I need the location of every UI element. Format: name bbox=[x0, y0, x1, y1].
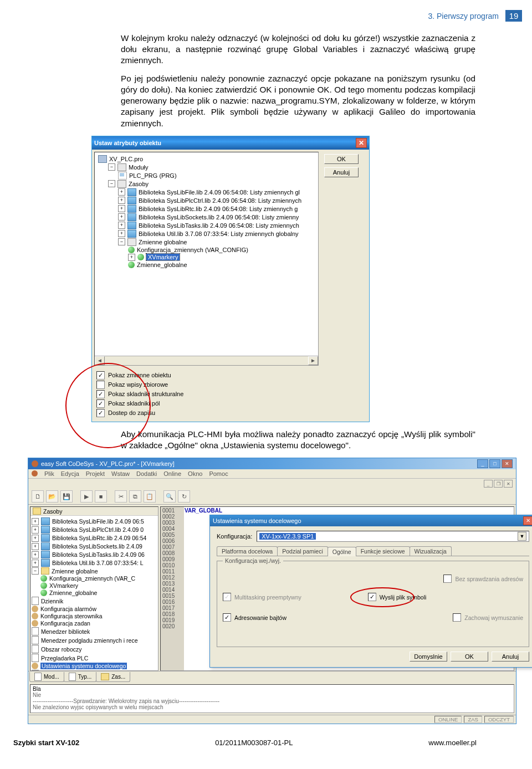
menu-item[interactable]: Edycja bbox=[61, 470, 79, 477]
resource-tree-panel[interactable]: Zasoby +Biblioteka SysLibFile.lib 2.4.09… bbox=[30, 506, 158, 671]
expand-icon[interactable]: + bbox=[118, 230, 125, 237]
minimize-icon[interactable]: _ bbox=[477, 459, 488, 468]
tree-item[interactable]: Konfiguracja_zmiennych (VAR_C bbox=[49, 575, 135, 582]
expand-icon[interactable]: + bbox=[118, 222, 125, 229]
checkbox-send-symbols[interactable]: ✓ Wyslij plik symboli bbox=[368, 593, 427, 601]
tree-item[interactable]: Biblioteka SysLibSockets.lib 2.4.09 bbox=[52, 543, 142, 550]
tree-item[interactable]: Biblioteka SysLibRtc.lib 2.4.09 06:54 bbox=[52, 535, 146, 541]
cancel-button[interactable]: Anuluj bbox=[324, 167, 359, 177]
menu-item[interactable]: Wstaw bbox=[111, 470, 130, 477]
tree-zasoby[interactable]: Zasoby bbox=[129, 181, 149, 187]
expand-icon[interactable]: + bbox=[118, 213, 125, 221]
expand-icon[interactable]: + bbox=[118, 205, 125, 212]
close-icon[interactable]: ✕ bbox=[502, 459, 513, 468]
scroll-right-icon[interactable]: ► bbox=[308, 356, 318, 365]
cancel-button[interactable]: Anuluj bbox=[492, 652, 529, 662]
toolbar-run-icon[interactable]: ▶ bbox=[80, 490, 93, 503]
tab-platform[interactable]: Platforma docelowa bbox=[217, 546, 278, 556]
tab-visualization[interactable]: Wizualizacja bbox=[410, 546, 452, 556]
toolbar-find-icon[interactable]: 🔍 bbox=[163, 490, 176, 503]
checkbox-icon[interactable]: ✓ bbox=[223, 613, 231, 622]
config-combobox[interactable]: XV-1xx-V2.3.9 SP1 ▼ bbox=[257, 531, 529, 542]
ide-titlebar[interactable]: easy Soft CoDeSys - XV_PLC.pro* - [XVmar… bbox=[28, 458, 516, 469]
scroll-left-icon[interactable]: ◄ bbox=[95, 356, 105, 365]
expand-icon[interactable]: + bbox=[32, 535, 39, 542]
object-tree[interactable]: XV_PLC.pro − Moduły PLC_PRG (PRG) bbox=[94, 152, 319, 366]
maximize-icon[interactable]: □ bbox=[489, 459, 500, 468]
ok-button[interactable]: OK bbox=[324, 154, 359, 164]
tab-network[interactable]: Funkcje sieciowe bbox=[356, 546, 410, 556]
expand-icon[interactable]: + bbox=[118, 197, 125, 204]
tree-global-item[interactable]: Zmienne_globalne bbox=[137, 262, 187, 268]
tabstrip[interactable]: Platforma docelowa Podzial pamieci Ogóln… bbox=[217, 546, 529, 556]
tree-item[interactable]: Menedzer bibliotek bbox=[41, 628, 90, 635]
tree-item[interactable]: XVmarkery bbox=[49, 582, 78, 589]
bottom-tab-typ[interactable]: Typ... bbox=[64, 672, 96, 682]
code-editor[interactable]: 0001000200030004000500060007000800090010… bbox=[160, 506, 514, 671]
collapse-icon[interactable]: − bbox=[118, 238, 125, 245]
tree-global-item-selected[interactable]: XVmarkery bbox=[146, 254, 180, 260]
checkbox-icon[interactable]: ✓ bbox=[96, 399, 105, 408]
toolbar-save-icon[interactable]: 💾 bbox=[60, 490, 73, 503]
toolbar-new-icon[interactable]: 🗋 bbox=[32, 490, 44, 503]
tree-lib[interactable]: Biblioteka SysLibRtc.lib 2.4.09 06:54:08… bbox=[139, 206, 298, 212]
checkbox-icon[interactable]: ✓ bbox=[368, 593, 376, 601]
tree-item[interactable]: Zmienne_globalne bbox=[49, 589, 97, 596]
tree-item[interactable]: Biblioteka Util.lib 3.7.08 07:33:54: L bbox=[52, 560, 144, 566]
menu-item[interactable]: Online bbox=[163, 470, 181, 477]
checkbox-no-address-check[interactable]: Bez sprawdzania adresów bbox=[443, 575, 523, 583]
checkbox-show-struct[interactable]: ✓ Pokaz skladniki strukturalne bbox=[96, 390, 365, 398]
close-icon[interactable]: ✕ bbox=[356, 138, 367, 148]
checkbox-write-access[interactable]: ✓ Dostep do zapisu bbox=[96, 409, 365, 417]
mdi-minimize-icon[interactable]: _ bbox=[484, 480, 493, 488]
checkbox-show-collective[interactable]: Pokaz wpisy zbiorowe bbox=[96, 381, 365, 389]
tree-root[interactable]: XV_PLC.pro bbox=[109, 156, 143, 162]
tree-lib[interactable]: Biblioteka SysLibPlcCtrl.lib 2.4.09 06:5… bbox=[139, 197, 301, 204]
tree-item[interactable]: Przegladarka PLC bbox=[41, 655, 88, 662]
expand-icon[interactable]: + bbox=[32, 560, 39, 567]
tree-plcprg[interactable]: PLC_PRG (PRG) bbox=[129, 172, 177, 179]
collapse-icon[interactable]: − bbox=[108, 163, 115, 171]
collapse-icon[interactable]: − bbox=[108, 180, 115, 187]
tree-item[interactable]: Zapis sledzenia bbox=[41, 671, 81, 671]
checkbox-icon[interactable] bbox=[443, 575, 452, 583]
ide-toolbar[interactable]: 🗋 📂 💾 ▶ ■ ✂ ⧉ 📋 🔍 ↻ bbox=[28, 489, 516, 505]
menu-item[interactable]: Plik bbox=[44, 470, 54, 477]
checkbox-icon[interactable]: ✓ bbox=[96, 390, 105, 398]
checkbox-show-object-vars[interactable]: ✓ Pokaz zmienne obiektu bbox=[96, 371, 365, 380]
bottom-tabs[interactable]: Mod... Typ... Zas... bbox=[28, 671, 516, 683]
tree-item[interactable]: Biblioteka SysLibTasks.lib 2.4.09 06 bbox=[52, 551, 145, 558]
tree-item[interactable]: Menedzer podgladu zmiennych i rece bbox=[41, 637, 138, 644]
tree-item[interactable]: Obszar roboczy bbox=[41, 646, 82, 653]
toolbar-paste-icon[interactable]: 📋 bbox=[144, 490, 156, 503]
expand-icon[interactable]: + bbox=[32, 543, 39, 550]
tree-item[interactable]: Konfiguracja zadan bbox=[40, 620, 90, 627]
toolbar-findnext-icon[interactable]: ↻ bbox=[178, 490, 190, 503]
tree-item[interactable]: Konfiguracja sterownika bbox=[40, 613, 102, 619]
menu-item[interactable]: Dodatki bbox=[136, 470, 157, 477]
tree-lib[interactable]: Biblioteka SysLibTasks.lib 2.4.09 06:54:… bbox=[139, 222, 299, 229]
checkbox-show-fields[interactable]: ✓ Pokaz skladniki pól bbox=[96, 399, 365, 408]
toolbar-cut-icon[interactable]: ✂ bbox=[115, 490, 127, 503]
expand-icon[interactable]: + bbox=[128, 254, 135, 261]
tree-item[interactable]: Dziennik bbox=[41, 598, 63, 604]
tree-item[interactable]: Biblioteka SysLibPlcCtrl.lib 2.4.09 0 bbox=[52, 526, 144, 533]
close-icon[interactable]: ✕ bbox=[523, 516, 532, 525]
tree-lib[interactable]: Biblioteka SysLibFile.lib 2.4.09 06:54:0… bbox=[139, 189, 300, 196]
checkbox-icon[interactable]: ✓ bbox=[96, 409, 105, 417]
menu-item[interactable]: Okno bbox=[188, 470, 202, 477]
dialog-titlebar[interactable]: Ustaw atrybuty obiektu ✕ bbox=[92, 136, 369, 150]
toolbar-stop-icon[interactable]: ■ bbox=[95, 490, 107, 503]
tree-lib[interactable]: Biblioteka SysLibSockets.lib 2.4.09 06:5… bbox=[139, 214, 299, 221]
dialog-titlebar[interactable]: Ustawienia systemu docelowego ✕ bbox=[210, 515, 532, 526]
tree-lib[interactable]: Biblioteka Util.lib 3.7.08 07:33:54: Lis… bbox=[139, 230, 299, 237]
bottom-tab-zas[interactable]: Zas... bbox=[96, 672, 130, 682]
tree-moduly[interactable]: Moduły bbox=[129, 164, 148, 171]
tab-general[interactable]: Ogólne bbox=[328, 547, 356, 556]
checkbox-icon[interactable]: ✓ bbox=[96, 371, 105, 380]
tree-item[interactable]: Konfiguracja alarmów bbox=[40, 606, 96, 612]
tree-globals[interactable]: Zmienne globalne bbox=[139, 239, 187, 245]
bottom-tab-mod[interactable]: Mod... bbox=[29, 672, 64, 682]
ide-menubar[interactable]: Plik Edycja Projekt Wstaw Dodatki Online… bbox=[28, 469, 516, 479]
mdi-close-icon[interactable]: ✕ bbox=[504, 480, 513, 488]
